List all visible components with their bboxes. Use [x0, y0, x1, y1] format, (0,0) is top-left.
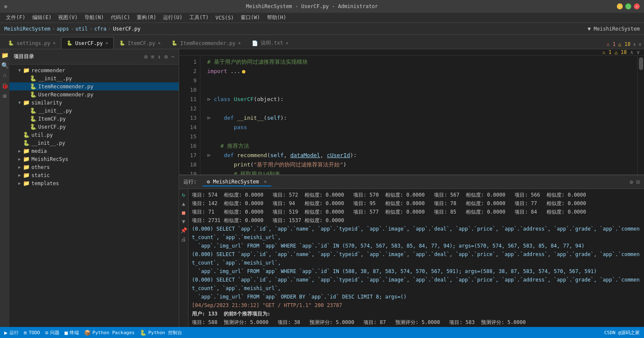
menu-nav[interactable]: 导航(N) [81, 13, 107, 22]
close-run-tab[interactable]: × [264, 179, 267, 185]
warning-count: △ 18 [618, 41, 630, 47]
tree-item-init3[interactable]: 🐍 __init__.py [9, 139, 179, 147]
tree-label-itemrec: ItemRecommender.py [38, 84, 93, 90]
tree-arrow-similarity: ▼ [16, 100, 23, 105]
tab-bar-right: ⚠ 1 △ 18 ∧ ∨ [607, 41, 641, 49]
folder-icon-recommender: 📁 [23, 67, 30, 73]
run-console[interactable]: 项目: 574 相似度: 0.0000 项目: 572 相似度: 0.0000 … [188, 189, 644, 327]
tree-label-recommender: recommender [31, 68, 65, 73]
tree-item-init2[interactable]: 🐍 __init__.py [9, 107, 179, 115]
tree-item-recommender[interactable]: ▼ 📁 recommender [9, 66, 179, 74]
close-usercf-tab[interactable]: × [105, 40, 108, 46]
status-run[interactable]: ▶ 运行 [4, 330, 19, 336]
tree-item-init1[interactable]: 🐍 __init__.py [9, 74, 179, 82]
tree-item-media[interactable]: ▶ 📁 media [9, 147, 179, 155]
code-line-2: import ... [207, 67, 630, 76]
close-settings-tab[interactable]: × [53, 40, 56, 46]
tree-item-others[interactable]: ▶ 📁 others [9, 163, 179, 171]
breadcrumb-part-3[interactable]: cfra [94, 26, 107, 32]
tree-item-itemrec[interactable]: 🐍 ItemRecommender.py [9, 82, 179, 90]
minimize-button[interactable]: − [617, 3, 623, 9]
menu-code[interactable]: 代码(C) [107, 13, 134, 22]
menu-tools[interactable]: 工具(T) [186, 13, 212, 22]
breadcrumb-part-0[interactable]: MeishiRecSystem [4, 26, 50, 32]
status-python-packages[interactable]: 📦 Python Packages [84, 330, 135, 336]
status-python-console[interactable]: 🐍 Python 控制台 [140, 330, 182, 336]
code-editor[interactable]: # 基于用户的协同过滤推荐算法实现模块 import ... ⊳ class U… [200, 56, 637, 175]
run-pin-btn[interactable]: 📌 [180, 227, 187, 234]
panel-settings-icon[interactable]: ⚙ [630, 179, 633, 185]
activity-explorer[interactable]: 📁 [1, 52, 8, 59]
tree-item-static[interactable]: ▶ 📁 static [9, 171, 179, 179]
status-todo[interactable]: ≡ TODO [24, 330, 40, 336]
menu-help[interactable]: 帮助(H) [264, 13, 290, 22]
tab-itemrecommender[interactable]: 🐍 ItemRecommender.py × [166, 37, 246, 49]
run-icon: ▶ [4, 330, 8, 336]
breadcrumb-part-1[interactable]: apps [57, 26, 69, 32]
close-itemrec-tab[interactable]: × [238, 40, 241, 46]
console-line-4: (0.000) SELECT `app`.`id`, `app`.`name`,… [192, 225, 641, 242]
problems-icon: ⊙ [45, 330, 48, 336]
tree-item-userrec[interactable]: 🐍 UserRecommender.py [9, 90, 179, 99]
activity-search[interactable]: 🔍 [1, 62, 8, 69]
sidebar-minus-icon[interactable]: − [171, 54, 174, 60]
menu-vcs[interactable]: VCS(S) [212, 14, 237, 22]
editor-scrollbar[interactable] [637, 56, 644, 175]
code-line-19: # 获取用户id列表 [207, 169, 630, 175]
tree-arrow-media: ▶ [16, 149, 23, 153]
console-line-8: (0.000) SELECT `app`.`id`, `app`.`name`,… [192, 276, 641, 293]
run-scroll-down-btn[interactable]: ▼ [182, 218, 186, 225]
activity-git[interactable]: ⑃ [3, 72, 6, 79]
panel-expand-icon[interactable]: ⊡ [636, 179, 640, 185]
close-shuoming-tab[interactable]: × [286, 40, 289, 46]
sidebar-tree: ▼ 📁 recommender 🐍 __init__.py 🐍 ItemReco… [9, 65, 179, 327]
maximize-button[interactable]: □ [625, 3, 631, 9]
run-print-btn[interactable]: 🖨 [181, 236, 186, 242]
activity-bar: 📁 🔍 ⑃ 🐞 ⊞ [0, 49, 9, 327]
menu-window[interactable]: 窗口(W) [237, 13, 264, 22]
sidebar-collapse-icon[interactable]: ≡ [151, 54, 155, 60]
console-line-2: 项目: 71 相似度: 0.0000 项目: 519 相似度: 0.0000 项… [192, 208, 641, 216]
py-icon-active: 🐍 [67, 40, 73, 46]
menu-view[interactable]: 视图(V) [55, 13, 81, 22]
menu-refactor[interactable]: 重构(R) [133, 13, 160, 22]
tab-settings[interactable]: 🐍 settings.py × [3, 37, 61, 49]
scroll-up-btn[interactable]: ∧ [630, 49, 633, 55]
tree-item-usercf[interactable]: 🐍 UserCF.py [9, 123, 179, 131]
tree-item-itemcf[interactable]: 🐍 ItemCF.py [9, 115, 179, 123]
sidebar-sort-icon[interactable]: ↕ [158, 54, 161, 60]
scroll-controls[interactable]: ∧ ∨ [633, 42, 641, 47]
project-selector[interactable]: ▼ MeishiRecSystem [588, 26, 640, 32]
run-scroll-up-btn[interactable]: ▲ [182, 200, 186, 207]
run-restart-btn[interactable]: ↻ [182, 192, 186, 198]
close-button[interactable]: × [634, 3, 640, 9]
activity-debug[interactable]: 🐞 [1, 82, 8, 89]
title-bar-title: MeishiRecSystem - UserCF.py - Administra… [246, 3, 378, 9]
breadcrumb-part-2[interactable]: util [76, 26, 88, 32]
console-line-11: 用户: 133 的前8个推荐项目为: [192, 310, 641, 318]
activity-extensions[interactable]: ⊞ [3, 93, 6, 99]
breadcrumb-part-4[interactable]: UserCF.py [113, 26, 141, 32]
py-icon-init1: 🐍 [30, 75, 37, 82]
scroll-thumb[interactable] [639, 57, 643, 70]
bottom-tab-meishi[interactable]: ⚙ MeishiRecSystem × [202, 178, 271, 186]
tree-item-similarity[interactable]: ▼ 📁 similarity [9, 99, 179, 107]
tree-item-templates[interactable]: ▶ 📁 templates [9, 179, 179, 187]
sidebar-gear-icon[interactable]: ⚙ [164, 54, 168, 60]
run-stop-btn[interactable]: ■ [182, 209, 186, 216]
tree-item-meishirecsys[interactable]: ▶ 📁 MeishiRecSys [9, 155, 179, 163]
menu-run[interactable]: 运行(U) [160, 13, 186, 22]
tab-usercf[interactable]: 🐍 UserCF.py × [61, 37, 114, 49]
folder-icon-templates: 📁 [23, 180, 30, 186]
tree-item-util[interactable]: 🐍 util.py [9, 131, 179, 139]
tab-itemcf[interactable]: 🐍 ItemCF.py × [114, 37, 166, 49]
status-problems[interactable]: ⊙ 问题 [45, 330, 59, 336]
sidebar-settings-icon[interactable]: ⚙ [144, 54, 148, 60]
close-itemcf-tab[interactable]: × [158, 40, 161, 46]
tab-shuoming[interactable]: 📄 说明.txt × [246, 37, 294, 49]
status-terminal[interactable]: ■ 终端 [65, 330, 79, 336]
scroll-down-btn[interactable]: ∨ [637, 49, 640, 55]
menu-edit[interactable]: 编辑(E) [29, 13, 55, 22]
menu-file[interactable]: 文件(F) [3, 13, 29, 22]
status-bar-right: CSDN @源码之家 [604, 330, 640, 336]
